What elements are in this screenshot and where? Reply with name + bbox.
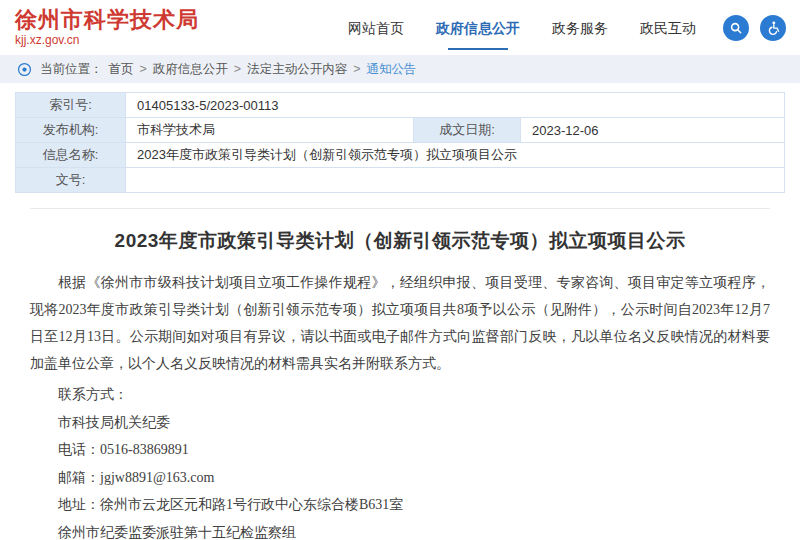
contact-org-2: 徐州市纪委监委派驻第十五纪检监察组 bbox=[30, 519, 770, 540]
article-body: 根据《徐州市市级科技计划项目立项工作操作规程》，经组织申报、项目受理、专家咨询、… bbox=[30, 269, 770, 540]
site-title: 徐州市科学技术局 bbox=[15, 8, 199, 32]
breadcrumb-gov-info[interactable]: 政府信息公开 bbox=[153, 61, 228, 78]
breadcrumb-notices[interactable]: 通知公告 bbox=[366, 61, 416, 78]
article-paragraph: 根据《徐州市市级科技计划项目立项工作操作规程》，经组织申报、项目受理、专家咨询、… bbox=[30, 269, 770, 377]
nav-item-gov-info[interactable]: 政府信息公开 bbox=[420, 9, 536, 47]
nav-item-services[interactable]: 政务服务 bbox=[536, 9, 624, 47]
doc-number-label: 文号: bbox=[16, 168, 126, 193]
index-number-value: 01405133-5/2023-00113 bbox=[126, 93, 785, 118]
info-name-value: 2023年度市政策引导类计划（创新引领示范专项）拟立项项目公示 bbox=[126, 143, 785, 168]
site-domain: kjj.xz.gov.cn bbox=[15, 33, 199, 47]
nav-item-home[interactable]: 网站首页 bbox=[332, 9, 420, 47]
contact-org-1: 市科技局机关纪委 bbox=[30, 409, 770, 437]
site-logo[interactable]: 徐州市科学技术局 kjj.xz.gov.cn bbox=[15, 8, 199, 47]
location-icon bbox=[17, 62, 32, 77]
meta-row-org-date: 发布机构: 市科学技术局 成文日期: 2023-12-06 bbox=[16, 118, 785, 143]
main-nav: 网站首页 政府信息公开 政务服务 政民互动 bbox=[332, 9, 786, 47]
search-icon bbox=[729, 21, 743, 35]
breadcrumb-home[interactable]: 首页 bbox=[109, 61, 134, 78]
contact-phone-1: 电话：0516-83869891 bbox=[30, 436, 770, 464]
contact-heading: 联系方式： bbox=[30, 381, 770, 409]
doc-number-value bbox=[126, 168, 785, 193]
info-name-label: 信息名称: bbox=[16, 143, 126, 168]
breadcrumb-separator: > bbox=[353, 62, 360, 76]
nav-item-interaction[interactable]: 政民互动 bbox=[624, 9, 712, 47]
meta-row-doc-number: 文号: bbox=[16, 168, 785, 193]
document-meta: 索引号: 01405133-5/2023-00113 发布机构: 市科学技术局 … bbox=[0, 83, 800, 193]
contact-email: 邮箱：jgjw8891@163.com bbox=[30, 464, 770, 492]
issuing-org-label: 发布机构: bbox=[16, 118, 126, 143]
accessibility-icon bbox=[766, 20, 781, 35]
search-button[interactable] bbox=[723, 15, 749, 41]
meta-row-index: 索引号: 01405133-5/2023-00113 bbox=[16, 93, 785, 118]
breadcrumb-statutory-disclosure[interactable]: 法定主动公开内容 bbox=[247, 61, 347, 78]
accessibility-button[interactable] bbox=[760, 15, 786, 41]
article-title: 2023年度市政策引导类计划（创新引领示范专项）拟立项项目公示 bbox=[40, 228, 760, 254]
issue-date-value: 2023-12-06 bbox=[521, 118, 785, 143]
site-header: 徐州市科学技术局 kjj.xz.gov.cn 网站首页 政府信息公开 政务服务 … bbox=[0, 0, 800, 55]
breadcrumb-label: 当前位置： bbox=[40, 61, 103, 78]
content-divider bbox=[30, 208, 770, 209]
index-number-label: 索引号: bbox=[16, 93, 126, 118]
breadcrumb-separator: > bbox=[140, 62, 147, 76]
issue-date-label: 成文日期: bbox=[414, 118, 521, 143]
breadcrumb-separator: > bbox=[234, 62, 241, 76]
breadcrumb: 当前位置： 首页 > 政府信息公开 > 法定主动公开内容 > 通知公告 bbox=[0, 55, 800, 83]
issuing-org-value: 市科学技术局 bbox=[126, 118, 414, 143]
meta-row-name: 信息名称: 2023年度市政策引导类计划（创新引领示范专项）拟立项项目公示 bbox=[16, 143, 785, 168]
contact-address: 地址：徐州市云龙区元和路1号行政中心东综合楼B631室 bbox=[30, 491, 770, 519]
